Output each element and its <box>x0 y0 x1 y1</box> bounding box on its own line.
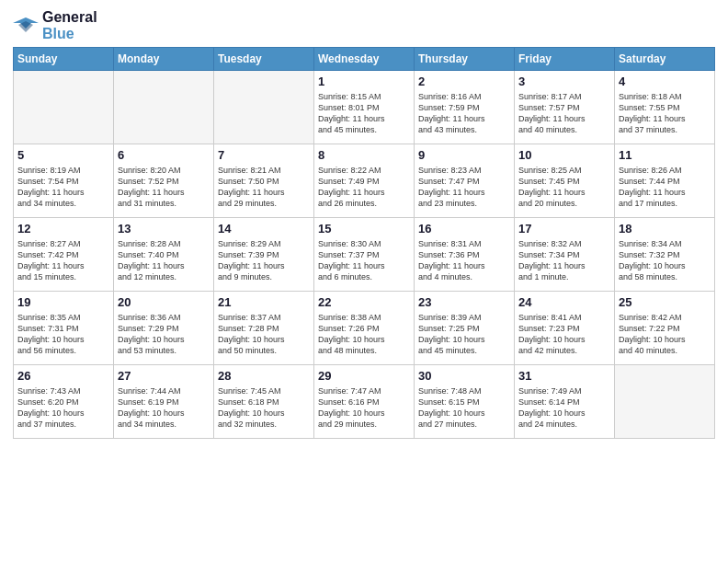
calendar-cell: 7Sunrise: 8:21 AM Sunset: 7:50 PM Daylig… <box>214 144 314 218</box>
day-number: 4 <box>619 74 711 90</box>
calendar-cell: 26Sunrise: 7:43 AM Sunset: 6:20 PM Dayli… <box>14 365 114 439</box>
day-number: 8 <box>318 147 410 164</box>
day-info: Sunrise: 8:32 AM Sunset: 7:34 PM Dayligh… <box>518 238 610 283</box>
day-info: Sunrise: 7:48 AM Sunset: 6:15 PM Dayligh… <box>418 385 510 431</box>
day-info: Sunrise: 8:21 AM Sunset: 7:50 PM Dayligh… <box>218 165 310 210</box>
day-info: Sunrise: 8:35 AM Sunset: 7:31 PM Dayligh… <box>17 312 109 357</box>
calendar-cell: 18Sunrise: 8:34 AM Sunset: 7:32 PM Dayli… <box>615 218 715 292</box>
day-number: 13 <box>118 221 210 237</box>
calendar-cell: 12Sunrise: 8:27 AM Sunset: 7:42 PM Dayli… <box>14 218 114 292</box>
logo: General Blue <box>13 9 97 41</box>
calendar-cell: 28Sunrise: 7:45 AM Sunset: 6:18 PM Dayli… <box>214 365 314 439</box>
day-number: 6 <box>118 147 210 164</box>
day-number: 29 <box>318 368 410 385</box>
day-info: Sunrise: 8:18 AM Sunset: 7:55 PM Dayligh… <box>619 91 711 136</box>
day-number: 24 <box>518 294 610 311</box>
day-info: Sunrise: 8:15 AM Sunset: 8:01 PM Dayligh… <box>318 91 410 136</box>
day-number: 18 <box>619 221 711 237</box>
logo-text: General Blue <box>42 9 97 41</box>
day-number: 7 <box>218 147 310 164</box>
day-number: 22 <box>318 294 410 311</box>
calendar-cell: 24Sunrise: 8:41 AM Sunset: 7:23 PM Dayli… <box>515 292 615 365</box>
calendar-cell <box>615 365 715 439</box>
day-number: 9 <box>418 147 510 164</box>
calendar-cell: 2Sunrise: 8:16 AM Sunset: 7:59 PM Daylig… <box>415 71 515 144</box>
week-row-1: 1Sunrise: 8:15 AM Sunset: 8:01 PM Daylig… <box>14 71 715 144</box>
day-number: 20 <box>118 294 210 311</box>
day-number: 3 <box>518 74 610 90</box>
day-info: Sunrise: 8:22 AM Sunset: 7:49 PM Dayligh… <box>318 165 410 210</box>
weekday-header-row: SundayMondayTuesdayWednesdayThursdayFrid… <box>14 48 715 71</box>
calendar-cell: 13Sunrise: 8:28 AM Sunset: 7:40 PM Dayli… <box>114 218 214 292</box>
day-info: Sunrise: 7:44 AM Sunset: 6:19 PM Dayligh… <box>118 385 210 431</box>
day-number: 28 <box>218 368 310 385</box>
week-row-2: 5Sunrise: 8:19 AM Sunset: 7:54 PM Daylig… <box>14 144 715 218</box>
calendar-cell <box>14 71 114 144</box>
day-info: Sunrise: 8:26 AM Sunset: 7:44 PM Dayligh… <box>619 165 711 210</box>
calendar-cell <box>114 71 214 144</box>
calendar-cell: 8Sunrise: 8:22 AM Sunset: 7:49 PM Daylig… <box>314 144 415 218</box>
calendar-cell: 15Sunrise: 8:30 AM Sunset: 7:37 PM Dayli… <box>314 218 415 292</box>
day-number: 17 <box>518 221 610 237</box>
day-number: 2 <box>418 74 510 90</box>
calendar-cell: 1Sunrise: 8:15 AM Sunset: 8:01 PM Daylig… <box>314 71 415 144</box>
calendar-cell: 22Sunrise: 8:38 AM Sunset: 7:26 PM Dayli… <box>314 292 415 365</box>
calendar-cell: 29Sunrise: 7:47 AM Sunset: 6:16 PM Dayli… <box>314 365 415 439</box>
weekday-header-wednesday: Wednesday <box>314 48 415 71</box>
day-number: 31 <box>518 368 610 385</box>
weekday-header-sunday: Sunday <box>14 48 114 71</box>
day-number: 11 <box>619 147 711 164</box>
weekday-header-thursday: Thursday <box>415 48 515 71</box>
day-number: 5 <box>17 147 109 164</box>
day-info: Sunrise: 8:37 AM Sunset: 7:28 PM Dayligh… <box>218 312 310 357</box>
calendar-cell: 30Sunrise: 7:48 AM Sunset: 6:15 PM Dayli… <box>415 365 515 439</box>
day-info: Sunrise: 7:45 AM Sunset: 6:18 PM Dayligh… <box>218 385 310 431</box>
calendar-cell: 21Sunrise: 8:37 AM Sunset: 7:28 PM Dayli… <box>214 292 314 365</box>
calendar-cell: 19Sunrise: 8:35 AM Sunset: 7:31 PM Dayli… <box>14 292 114 365</box>
day-info: Sunrise: 8:41 AM Sunset: 7:23 PM Dayligh… <box>518 312 610 357</box>
day-info: Sunrise: 8:39 AM Sunset: 7:25 PM Dayligh… <box>418 312 510 357</box>
calendar-cell: 17Sunrise: 8:32 AM Sunset: 7:34 PM Dayli… <box>515 218 615 292</box>
day-number: 27 <box>118 368 210 385</box>
day-info: Sunrise: 8:20 AM Sunset: 7:52 PM Dayligh… <box>118 165 210 210</box>
calendar-cell <box>214 71 314 144</box>
day-number: 30 <box>418 368 510 385</box>
header: General Blue <box>13 9 715 41</box>
day-number: 26 <box>17 368 109 385</box>
day-number: 14 <box>218 221 310 237</box>
day-info: Sunrise: 8:16 AM Sunset: 7:59 PM Dayligh… <box>418 91 510 136</box>
day-info: Sunrise: 8:25 AM Sunset: 7:45 PM Dayligh… <box>518 165 610 210</box>
calendar-cell: 20Sunrise: 8:36 AM Sunset: 7:29 PM Dayli… <box>114 292 214 365</box>
day-number: 10 <box>518 147 610 164</box>
week-row-5: 26Sunrise: 7:43 AM Sunset: 6:20 PM Dayli… <box>14 365 715 439</box>
day-info: Sunrise: 8:19 AM Sunset: 7:54 PM Dayligh… <box>17 165 109 210</box>
weekday-header-friday: Friday <box>515 48 615 71</box>
weekday-header-monday: Monday <box>114 48 214 71</box>
calendar-table: SundayMondayTuesdayWednesdayThursdayFrid… <box>13 47 715 439</box>
weekday-header-tuesday: Tuesday <box>214 48 314 71</box>
day-number: 23 <box>418 294 510 311</box>
day-info: Sunrise: 8:29 AM Sunset: 7:39 PM Dayligh… <box>218 238 310 283</box>
day-number: 21 <box>218 294 310 311</box>
week-row-3: 12Sunrise: 8:27 AM Sunset: 7:42 PM Dayli… <box>14 218 715 292</box>
calendar-cell: 31Sunrise: 7:49 AM Sunset: 6:14 PM Dayli… <box>515 365 615 439</box>
calendar-cell: 14Sunrise: 8:29 AM Sunset: 7:39 PM Dayli… <box>214 218 314 292</box>
day-info: Sunrise: 8:23 AM Sunset: 7:47 PM Dayligh… <box>418 165 510 210</box>
calendar-cell: 11Sunrise: 8:26 AM Sunset: 7:44 PM Dayli… <box>615 144 715 218</box>
day-info: Sunrise: 8:31 AM Sunset: 7:36 PM Dayligh… <box>418 238 510 283</box>
calendar-cell: 9Sunrise: 8:23 AM Sunset: 7:47 PM Daylig… <box>415 144 515 218</box>
day-info: Sunrise: 8:30 AM Sunset: 7:37 PM Dayligh… <box>318 238 410 283</box>
day-number: 15 <box>318 221 410 237</box>
calendar-cell: 4Sunrise: 8:18 AM Sunset: 7:55 PM Daylig… <box>615 71 715 144</box>
day-info: Sunrise: 7:49 AM Sunset: 6:14 PM Dayligh… <box>518 385 610 431</box>
day-number: 19 <box>17 294 109 311</box>
logo-icon <box>13 16 39 36</box>
day-info: Sunrise: 7:43 AM Sunset: 6:20 PM Dayligh… <box>17 385 109 431</box>
calendar-cell: 10Sunrise: 8:25 AM Sunset: 7:45 PM Dayli… <box>515 144 615 218</box>
day-info: Sunrise: 7:47 AM Sunset: 6:16 PM Dayligh… <box>318 385 410 431</box>
day-info: Sunrise: 8:17 AM Sunset: 7:57 PM Dayligh… <box>518 91 610 136</box>
day-number: 16 <box>418 221 510 237</box>
calendar-cell: 5Sunrise: 8:19 AM Sunset: 7:54 PM Daylig… <box>14 144 114 218</box>
calendar-cell: 16Sunrise: 8:31 AM Sunset: 7:36 PM Dayli… <box>415 218 515 292</box>
day-info: Sunrise: 8:42 AM Sunset: 7:22 PM Dayligh… <box>619 312 711 357</box>
